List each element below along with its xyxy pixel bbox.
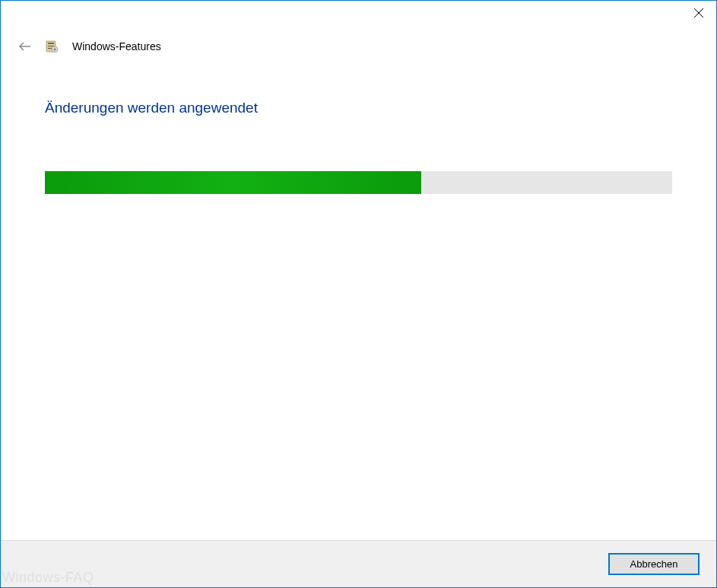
svg-rect-9 (53, 49, 57, 49)
window-title: Windows-Features (72, 40, 161, 52)
windows-features-icon (45, 40, 59, 53)
svg-rect-4 (48, 43, 54, 44)
progress-bar (45, 171, 672, 194)
progress-fill (45, 171, 421, 194)
footer: Abbrechen (1, 540, 716, 587)
header-row: Windows-Features (1, 34, 716, 59)
close-icon (694, 8, 703, 17)
content-area: Änderungen werden angewendet (1, 59, 716, 194)
back-arrow-icon (17, 39, 33, 54)
close-button[interactable] (681, 1, 716, 25)
cancel-button[interactable]: Abbrechen (608, 553, 700, 575)
main-heading: Änderungen werden angewendet (45, 100, 672, 116)
back-button (16, 37, 34, 56)
titlebar (1, 1, 716, 34)
svg-rect-5 (48, 46, 54, 46)
